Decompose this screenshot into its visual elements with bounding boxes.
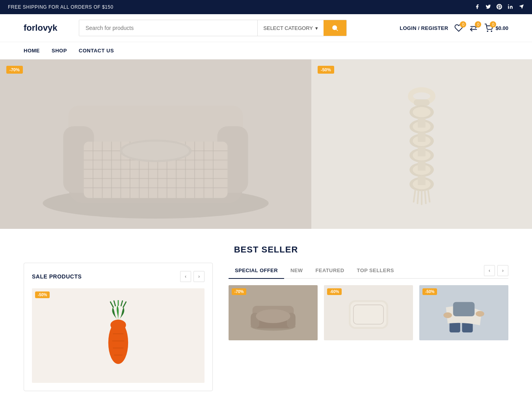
header-actions: LOGIN / REGISTER 0 0 0 $0.00 — [400, 24, 508, 32]
svg-line-66 — [121, 301, 123, 306]
tab-top-sellers[interactable]: TOP SELLERS — [351, 263, 400, 279]
special-offer-card: SPECIAL OFFER NEW FEATURED TOP SELLERS ‹… — [221, 263, 508, 391]
svg-rect-48 — [418, 132, 426, 142]
header: forlovyk SELECT CATEGORY ▾ LOGIN / REGIS… — [0, 14, 532, 42]
logo[interactable]: forlovyk — [24, 23, 71, 33]
tab-special-offer[interactable]: SPECIAL OFFER — [229, 263, 284, 279]
svg-line-56 — [428, 190, 430, 202]
product-badge-1: -70% — [232, 288, 246, 295]
svg-line-63 — [110, 302, 113, 308]
svg-point-58 — [110, 320, 126, 330]
svg-point-36 — [413, 107, 431, 117]
card-header: SALE PRODUCTS ‹ › — [32, 271, 205, 282]
category-label: SELECT CATEGORY — [263, 25, 313, 31]
hero-right[interactable]: -50% — [311, 59, 532, 229]
svg-rect-51 — [418, 176, 426, 185]
svg-rect-82 — [453, 302, 475, 316]
wishlist-button[interactable]: 0 — [454, 24, 463, 32]
svg-line-52 — [414, 190, 415, 202]
linkedin-icon[interactable] — [508, 4, 513, 11]
facebook-icon[interactable] — [474, 4, 480, 11]
tab-new[interactable]: NEW — [284, 263, 309, 279]
tabs-nav: SPECIAL OFFER NEW FEATURED TOP SELLERS — [229, 263, 400, 278]
svg-rect-50 — [418, 161, 426, 171]
chevron-down-icon: ▾ — [315, 25, 318, 31]
product-card-3[interactable]: -50% — [419, 285, 508, 340]
nav-shop[interactable]: SHOP — [52, 42, 67, 59]
search-input[interactable] — [79, 20, 257, 36]
main-nav: HOME SHOP CONTACT US — [0, 42, 532, 59]
carrot-toy-illustration — [100, 300, 136, 371]
hero-left[interactable]: -70% — [0, 59, 311, 229]
sale-product-badge: -50% — [35, 291, 50, 298]
hero-right-badge: -50% — [318, 66, 334, 74]
svg-line-55 — [425, 191, 426, 204]
top-banner: FREE SHIPPING FOR ALL ORDERS OF $150 — [0, 0, 532, 14]
person-blanket-illustration — [438, 293, 489, 332]
sale-product-image[interactable]: -50% — [32, 288, 205, 383]
telegram-icon[interactable] — [519, 4, 524, 11]
category-select[interactable]: SELECT CATEGORY ▾ — [257, 20, 324, 36]
product-image-1: -70% — [229, 285, 318, 340]
tabs-arrows: ‹ › — [484, 265, 508, 276]
product-card-1[interactable]: -70% — [229, 285, 318, 340]
products-grid: -70% -60% — [229, 285, 508, 340]
tab-featured[interactable]: FEATURED — [309, 263, 351, 279]
search-button[interactable] — [324, 20, 346, 36]
social-icons — [474, 4, 524, 11]
tabs-next-button[interactable]: › — [497, 265, 508, 276]
sale-products-card: SALE PRODUCTS ‹ › -50% — [24, 263, 213, 391]
product-image-2: -60% — [324, 285, 413, 340]
svg-point-4 — [487, 31, 488, 32]
hero-left-badge: -70% — [6, 66, 23, 74]
svg-line-53 — [417, 191, 418, 204]
tabs-header: SPECIAL OFFER NEW FEATURED TOP SELLERS ‹… — [229, 263, 508, 279]
search-icon — [331, 24, 339, 32]
sale-prev-button[interactable]: ‹ — [180, 271, 191, 282]
sale-next-button[interactable]: › — [193, 271, 205, 282]
svg-point-5 — [491, 31, 492, 32]
compare-button[interactable]: 0 — [469, 24, 478, 32]
nav-contact[interactable]: CONTACT US — [79, 42, 114, 59]
cart-button[interactable]: 0 $0.00 — [484, 24, 508, 32]
svg-point-80 — [443, 312, 452, 318]
dog-bed-illustration — [246, 293, 301, 332]
svg-line-64 — [114, 301, 115, 306]
product-badge-2: -60% — [327, 288, 342, 295]
sale-nav: ‹ › — [180, 271, 205, 282]
tabs-prev-button[interactable]: ‹ — [484, 265, 495, 276]
login-register-link[interactable]: LOGIN / REGISTER — [400, 25, 448, 31]
hero-section: -70% — [0, 59, 532, 229]
svg-point-32 — [122, 141, 189, 160]
product-image-3: -50% — [419, 285, 508, 340]
pet-bed-illustration — [0, 59, 311, 229]
wishlist-badge: 0 — [460, 21, 466, 28]
svg-point-73 — [256, 309, 290, 323]
best-seller-title: BEST SELLER — [0, 229, 532, 263]
twitter-icon[interactable] — [485, 4, 491, 11]
sale-products-title: SALE PRODUCTS — [32, 273, 82, 280]
svg-rect-75 — [351, 302, 387, 327]
svg-rect-34 — [414, 99, 430, 106]
products-row: SALE PRODUCTS ‹ › -50% — [0, 263, 532, 399]
search-bar: SELECT CATEGORY ▾ — [79, 20, 347, 36]
nav-home[interactable]: HOME — [24, 42, 40, 59]
pillow-illustration — [343, 293, 394, 332]
cart-price: $0.00 — [495, 25, 508, 31]
svg-point-0 — [508, 4, 509, 5]
banner-text: FREE SHIPPING FOR ALL ORDERS OF $150 — [8, 4, 113, 10]
svg-line-67 — [123, 302, 126, 308]
product-card-2[interactable]: -60% — [324, 285, 413, 340]
svg-rect-49 — [418, 147, 426, 156]
rope-toy-illustration — [396, 73, 447, 215]
compare-badge: 0 — [475, 21, 481, 28]
product-badge-3: -50% — [422, 288, 437, 295]
svg-point-81 — [476, 311, 484, 317]
svg-rect-47 — [418, 118, 426, 127]
cart-icon-wrapper: 0 — [484, 24, 493, 32]
pinterest-icon[interactable] — [497, 4, 502, 11]
